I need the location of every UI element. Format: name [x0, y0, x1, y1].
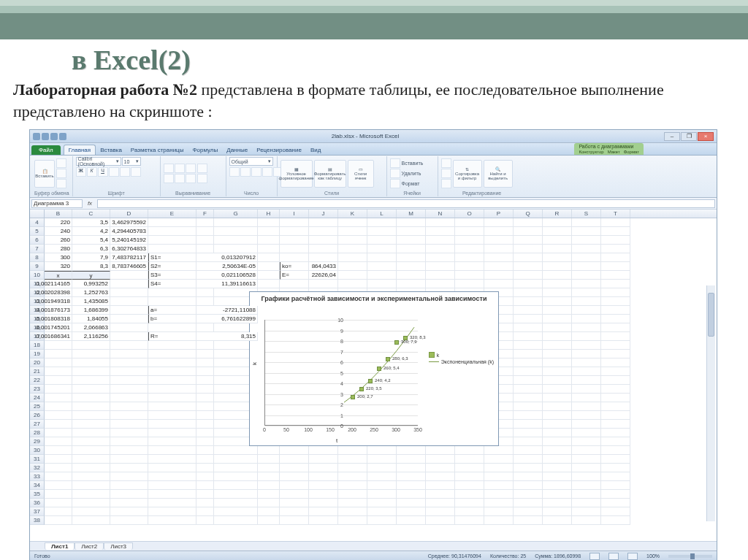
row-header-5[interactable]: 5 — [30, 227, 45, 236]
cell[interactable] — [309, 507, 338, 516]
cell[interactable] — [543, 472, 572, 481]
cell[interactable] — [543, 411, 572, 420]
cell[interactable] — [196, 367, 214, 376]
cell[interactable] — [367, 236, 397, 245]
cell[interactable] — [572, 490, 601, 499]
cell[interactable]: 2,066863 — [72, 323, 110, 332]
copy-icon[interactable] — [56, 169, 66, 178]
cell[interactable] — [258, 507, 280, 516]
cell[interactable] — [572, 288, 601, 297]
cell[interactable] — [484, 253, 514, 262]
cell[interactable] — [148, 245, 196, 253]
align-top-icon[interactable] — [164, 164, 174, 173]
cell[interactable]: 260 — [45, 236, 72, 245]
row-header-31[interactable]: 31 — [30, 455, 45, 464]
tab-layout[interactable]: Макет — [608, 150, 620, 154]
cell[interactable] — [543, 218, 572, 227]
cell[interactable] — [426, 253, 455, 262]
cell[interactable] — [484, 271, 514, 280]
col-header-C[interactable]: C — [72, 210, 110, 218]
cell[interactable] — [514, 429, 543, 437]
row-header-18[interactable]: 18 — [30, 341, 45, 350]
tab-formulas[interactable]: Формулы — [188, 145, 222, 155]
cell[interactable] — [543, 236, 572, 245]
cell[interactable] — [214, 236, 258, 245]
cell[interactable] — [397, 481, 426, 490]
cell[interactable] — [543, 297, 572, 306]
cell[interactable] — [72, 490, 110, 499]
cell[interactable] — [543, 341, 572, 350]
cell[interactable]: 8,315 — [196, 332, 258, 341]
cell[interactable] — [397, 490, 426, 499]
cell-styles-button[interactable]: ▭Стили ячеек — [348, 160, 374, 188]
cell[interactable]: b= — [148, 315, 196, 323]
cell[interactable]: 0,021106528 — [196, 271, 258, 280]
cell[interactable] — [426, 218, 455, 227]
col-header-E[interactable]: E — [148, 210, 196, 218]
cell[interactable] — [397, 245, 426, 253]
sheet-tab-1[interactable]: Лист1 — [45, 542, 75, 550]
cell[interactable]: 1,252763 — [72, 288, 110, 297]
format-painter-icon[interactable] — [56, 179, 66, 188]
cell[interactable] — [601, 271, 630, 280]
cell[interactable] — [543, 227, 572, 236]
cell[interactable] — [196, 385, 214, 394]
cell[interactable] — [148, 481, 196, 490]
tab-data[interactable]: Данные — [222, 145, 252, 155]
cell[interactable] — [258, 516, 280, 525]
cell[interactable] — [196, 464, 214, 472]
cell[interactable] — [338, 481, 367, 490]
cell[interactable] — [214, 499, 258, 507]
cell[interactable] — [601, 315, 630, 323]
cell[interactable] — [601, 323, 630, 332]
format-as-table-button[interactable]: ▤Форматировать как таблицу — [314, 160, 346, 188]
cell[interactable] — [601, 350, 630, 358]
cell[interactable] — [338, 262, 367, 271]
row-header-38[interactable]: 38 — [30, 516, 45, 525]
qat-undo-icon[interactable] — [50, 133, 58, 140]
cell[interactable] — [258, 455, 280, 464]
cell[interactable] — [338, 455, 367, 464]
cell[interactable] — [426, 280, 455, 288]
cell[interactable] — [148, 437, 196, 446]
cell[interactable] — [455, 490, 484, 499]
cell[interactable] — [484, 227, 514, 236]
cell[interactable] — [397, 271, 426, 280]
cell[interactable] — [338, 516, 367, 525]
cell[interactable] — [601, 262, 630, 271]
insert-cells-icon[interactable] — [390, 158, 400, 168]
cell[interactable] — [601, 376, 630, 385]
cell[interactable] — [426, 271, 455, 280]
cell[interactable] — [601, 253, 630, 262]
cell[interactable]: 220 — [45, 218, 72, 227]
cell[interactable] — [258, 236, 280, 245]
cell[interactable] — [484, 236, 514, 245]
cell[interactable] — [45, 429, 72, 437]
cell[interactable] — [196, 429, 214, 437]
cell[interactable] — [309, 236, 338, 245]
cell[interactable] — [572, 253, 601, 262]
cell[interactable] — [514, 262, 543, 271]
row-header-33[interactable]: 33 — [30, 472, 45, 481]
cell[interactable] — [543, 367, 572, 376]
cell[interactable]: 240 — [45, 227, 72, 236]
cell[interactable] — [309, 227, 338, 236]
row-header-9[interactable]: 9 — [30, 262, 45, 271]
scrollbar-thumb[interactable] — [708, 293, 714, 337]
cell[interactable] — [196, 376, 214, 385]
cell[interactable] — [572, 227, 601, 236]
cell[interactable] — [514, 306, 543, 315]
cell[interactable]: 1,435085 — [72, 297, 110, 306]
cell[interactable] — [397, 280, 426, 288]
cell[interactable] — [514, 402, 543, 411]
cell[interactable] — [110, 411, 148, 420]
cell[interactable] — [72, 420, 110, 429]
cell[interactable] — [514, 236, 543, 245]
col-header-T[interactable]: T — [601, 210, 630, 218]
cell[interactable] — [110, 394, 148, 402]
cell[interactable]: 8,3 — [72, 262, 110, 271]
cell[interactable] — [426, 262, 455, 271]
cell[interactable]: 0,001949318 — [45, 297, 72, 306]
vertical-scrollbar[interactable] — [706, 285, 715, 521]
cell[interactable] — [258, 253, 280, 262]
